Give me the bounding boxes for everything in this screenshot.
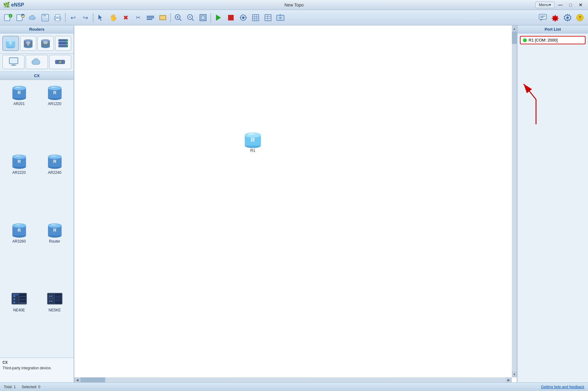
stop-button[interactable] — [225, 12, 236, 23]
settings-button[interactable] — [562, 12, 573, 23]
svg-rect-15 — [147, 19, 152, 20]
table-button[interactable] — [262, 12, 274, 23]
chat-button[interactable] — [537, 12, 548, 23]
device-ne40e[interactable]: NE40E — [2, 289, 36, 355]
device-ne5ke[interactable]: NE5KE — [38, 289, 71, 355]
device-ar2240-label: AR2240 — [48, 170, 61, 175]
svg-marker-46 — [540, 19, 543, 21]
device-router[interactable]: R Router — [38, 220, 71, 286]
cx-section: R AR201 R — [0, 80, 74, 382]
fit-button[interactable] — [197, 12, 209, 23]
device-ne40e-label: NE40E — [13, 308, 25, 312]
svg-point-128 — [51, 301, 52, 302]
svg-rect-32 — [253, 15, 259, 21]
svg-point-71 — [66, 46, 67, 47]
capture-button[interactable] — [238, 12, 249, 23]
status-text: Total: 1 Selected: 0 — [4, 385, 40, 389]
description-area: CX Third-party integration device. — [0, 358, 74, 382]
router-type-wireless2[interactable] — [37, 36, 54, 51]
svg-rect-124 — [55, 294, 62, 304]
huawei-button[interactable] — [550, 12, 561, 23]
device-type-switch[interactable]: ⚡ — [49, 55, 71, 69]
redo-button[interactable]: ↪ — [80, 12, 91, 23]
svg-text:R: R — [9, 42, 12, 45]
router-type-main[interactable]: R — [2, 36, 19, 51]
svg-rect-47 — [540, 16, 545, 16]
svg-point-70 — [66, 43, 67, 44]
save-button[interactable] — [40, 12, 51, 23]
svg-point-126 — [51, 296, 52, 297]
sep2 — [93, 13, 93, 22]
device-ar201[interactable]: R AR201 — [2, 82, 36, 149]
minimize-button[interactable]: — — [555, 2, 566, 8]
canvas-router-r1[interactable]: R R1 — [243, 131, 263, 153]
open-button[interactable]: 📂 — [15, 12, 26, 23]
start-button[interactable] — [213, 12, 224, 23]
menu-button[interactable]: Menu▾ — [535, 2, 555, 8]
device-ar201-label: AR201 — [13, 102, 25, 106]
canvas-scrollbar-horizontal[interactable]: ◀ ▶ — [74, 377, 512, 382]
device-ar2220[interactable]: R AR2220 — [2, 151, 36, 217]
device-type-monitor[interactable] — [2, 55, 24, 69]
zoom-in-button[interactable] — [173, 12, 184, 23]
device-ar1220[interactable]: R AR1220 — [38, 82, 71, 149]
cut-link-button[interactable]: ✂ — [132, 12, 144, 23]
device-ar2240[interactable]: R AR2240 — [38, 151, 71, 217]
svg-text:+: + — [10, 14, 11, 18]
svg-text:R: R — [17, 159, 20, 164]
router-type-wireless[interactable] — [20, 36, 37, 51]
canvas-router-label: R1 — [250, 148, 256, 153]
screenshot-button[interactable] — [275, 12, 286, 23]
svg-text:?: ? — [579, 15, 582, 20]
pan-button[interactable]: 🖐 — [108, 12, 119, 23]
more-button[interactable] — [145, 12, 156, 23]
svg-text:⚡: ⚡ — [58, 60, 62, 64]
desc-text: Third-party integration device. — [2, 366, 71, 370]
print-button[interactable] — [52, 12, 63, 23]
sep4 — [210, 13, 211, 22]
svg-rect-120 — [13, 294, 18, 295]
svg-point-61 — [28, 44, 29, 46]
port-list-title: Port List — [517, 25, 588, 33]
canvas-area[interactable]: ▲ ▼ ◀ ▶ R R1 — [74, 25, 517, 382]
svg-point-125 — [49, 296, 50, 297]
cx-section-title: CX — [0, 72, 74, 80]
canvas-scrollbar-vertical[interactable]: ▲ ▼ — [512, 25, 517, 377]
svg-rect-25 — [201, 16, 205, 20]
grid-button[interactable] — [250, 12, 261, 23]
device-type-cloud[interactable] — [26, 55, 48, 69]
svg-text:R: R — [17, 90, 20, 95]
sep3 — [170, 13, 171, 22]
svg-rect-122 — [48, 294, 54, 298]
close-button[interactable]: ✕ — [576, 2, 586, 8]
titlebar: 🌿 eNSP New Topo Menu▾ — □ ✕ — [0, 0, 588, 10]
port-item-label: R1 [COM: 2000] — [529, 38, 558, 42]
device-ne5ke-label: NE5KE — [49, 308, 61, 312]
main-area: Routers R — [0, 25, 588, 382]
help-link[interactable]: Getting help and feedback — [541, 385, 584, 389]
undo-button[interactable]: ↩ — [67, 12, 79, 23]
router-type-stack[interactable] — [55, 36, 71, 51]
svg-text:📂: 📂 — [21, 14, 25, 18]
device-ar3260[interactable]: R AR3260 — [2, 220, 36, 286]
rect-button[interactable] — [157, 12, 168, 23]
delete-button[interactable]: ✖ — [120, 12, 131, 23]
svg-rect-45 — [539, 14, 547, 19]
maximize-button[interactable]: □ — [566, 2, 575, 8]
save-cloud-button[interactable]: ↑ — [27, 12, 38, 23]
svg-rect-27 — [228, 15, 234, 20]
svg-point-65 — [41, 39, 50, 42]
svg-rect-116 — [19, 300, 26, 302]
svg-rect-37 — [265, 15, 271, 21]
port-list-items: R1 [COM: 2000] — [517, 33, 588, 47]
new-topo-button[interactable]: + — [2, 12, 14, 23]
help-button[interactable]: ? — [574, 12, 586, 23]
port-item-r1[interactable]: R1 [COM: 2000] — [520, 36, 586, 44]
svg-rect-75 — [11, 65, 16, 66]
right-panel: Port List R1 [COM: 2000] — [517, 25, 588, 382]
select-button[interactable] — [95, 12, 106, 23]
zoom-out-button[interactable] — [185, 12, 196, 23]
toolbar: + 📂 ↑ ↩ ↪ — [0, 10, 588, 25]
svg-line-23 — [192, 19, 194, 21]
statusbar: Total: 1 Selected: 0 Getting help and fe… — [0, 382, 588, 391]
